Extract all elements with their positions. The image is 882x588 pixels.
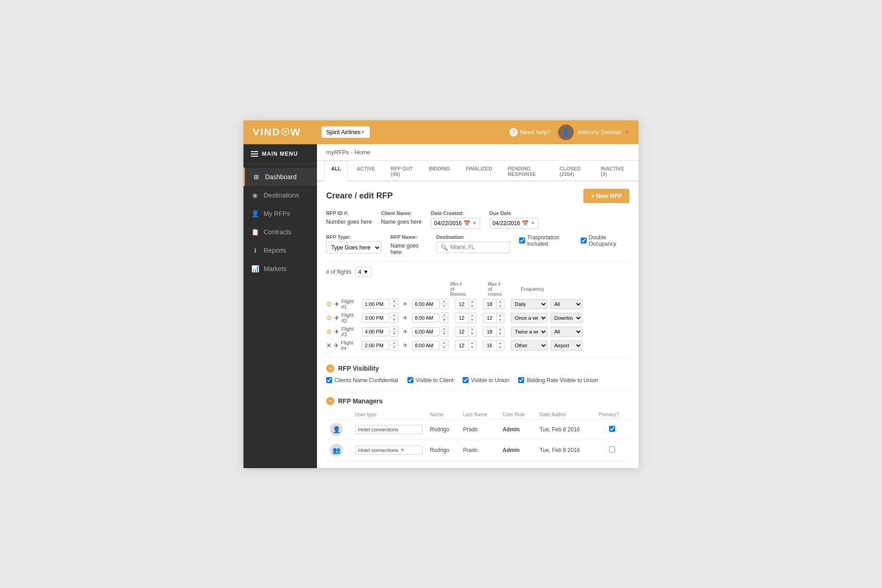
min-rooms-3[interactable]: ▲▼ <box>455 327 476 337</box>
managers-title: RFP Managers <box>338 397 383 405</box>
settings-icon-2[interactable]: ⚙ <box>326 314 332 322</box>
sidebar-item-markets[interactable]: 📊 Markets <box>243 260 317 278</box>
tab-active[interactable]: ACTIVE <box>350 161 382 181</box>
breadcrumb: myRFPs - Home <box>317 144 639 161</box>
sidebar-item-label: Contracts <box>264 228 291 236</box>
flight-row-4: ✕ ✈ Flight #4 ▲▼ ✈ ▲▼ <box>326 340 629 351</box>
form-row-2: RFP Type: Type Goes here RFP Name: Name … <box>326 234 629 255</box>
rfp-form: Creare / edit RFP + New RFP RFP ID #: Nu… <box>317 181 639 468</box>
transportation-checkbox[interactable]: Trasportation Included <box>519 234 575 247</box>
tab-bidding[interactable]: BIDDING <box>422 161 457 181</box>
flight-row-1: ⚙ ✈ Flight #1 ▲▼ ✈ ▲▼ <box>326 299 629 310</box>
arrive-time-4[interactable]: ▲▼ <box>412 340 448 351</box>
calendar-icon-2: 📅 <box>522 220 529 226</box>
rfp-type-select[interactable]: Type Goes here <box>326 242 381 254</box>
frequency-select-2[interactable]: DailyOnce a weekTwice a weekOther <box>511 313 548 323</box>
depart-time-4[interactable]: ▲▼ <box>362 340 398 351</box>
flights-label: # of flights <box>326 269 351 275</box>
client-name-label: Client Name: <box>381 210 422 216</box>
hamburger-icon[interactable] <box>251 151 258 157</box>
rfp-id-value: Number goes here <box>326 218 372 225</box>
manager-row-2: 👥 Hotel connections ▼ Rodrigo Prado Admi… <box>326 440 629 460</box>
tab-pending[interactable]: PENDING RESPONSE <box>501 161 551 181</box>
location-select-4[interactable]: AllDowntownAirport <box>550 340 582 351</box>
sidebar-item-dashboard[interactable]: ⊞ Dashboard <box>243 168 317 186</box>
manager-row-1: 👤 Hotel connections Rodrigo Prado Admin … <box>326 419 629 440</box>
flight-row-3: ⚙ ✈ Flight #3 ▲▼ ✈ ▲▼ <box>326 326 629 337</box>
arrive-time-3[interactable]: ▲▼ <box>412 326 448 337</box>
frequency-select-4[interactable]: DailyOnce a weekTwice a weekOther <box>511 340 548 351</box>
col-last-name: Last Name <box>459 410 499 419</box>
sidebar-item-myrfps[interactable]: 👤 My RFPs <box>243 204 317 223</box>
flights-count[interactable]: 4 ▼ <box>355 267 372 277</box>
depart-time-3[interactable]: ▲▼ <box>362 326 398 337</box>
date-created-input[interactable]: 04/22/2016 📅 ▼ <box>431 218 480 229</box>
location-select-1[interactable]: AllDowntownAirport <box>550 299 582 309</box>
location-select-2[interactable]: AllDowntownAirport <box>550 313 582 323</box>
manager-role-1: Admin <box>499 419 536 440</box>
visibility-checkboxes: Clients Name Confidential Visible to Cli… <box>326 377 629 384</box>
tab-all[interactable]: ALL <box>324 161 348 181</box>
checkboxes-group: Trasportation Included Double Occupancy <box>519 234 630 247</box>
depart-time-1[interactable]: ▲▼ <box>362 299 398 309</box>
visible-client-checkbox[interactable]: Visible to Client <box>407 377 454 384</box>
location-select-3[interactable]: AllDowntownAirport <box>550 327 582 337</box>
user-type-2[interactable]: Hotel connections ▼ <box>355 446 423 455</box>
help-icon: ? <box>509 128 518 136</box>
confidential-checkbox[interactable]: Clients Name Confidential <box>326 377 398 384</box>
col-primary: Primary? <box>595 410 629 419</box>
visibility-header: − RFP Visibility <box>326 364 629 373</box>
col-header-min: Min.# of Rooms <box>450 282 467 297</box>
max-rooms-4[interactable]: ▲▼ <box>483 340 504 351</box>
managers-minus-icon: − <box>326 397 334 405</box>
depart-time-2[interactable]: ▲▼ <box>362 312 398 323</box>
destination-label: Destination <box>436 234 510 240</box>
arrive-time-2[interactable]: ▲▼ <box>412 312 448 323</box>
tab-rfp-out[interactable]: RFP OUT (45) <box>384 161 420 181</box>
bidding-rate-checkbox[interactable]: Bidding Rate Visible to Union <box>518 377 598 384</box>
sidebar-item-destinations[interactable]: ◉ Destinations <box>243 186 317 204</box>
user-type-1[interactable]: Hotel connections <box>355 425 423 434</box>
myrfps-icon: 👤 <box>251 210 259 217</box>
airline-selector[interactable]: Spirit Airlines ▼ <box>322 126 370 138</box>
arrive-plane-icon-1: ✈ <box>403 301 407 307</box>
settings-icon-4[interactable]: ✕ <box>326 342 332 349</box>
sidebar-item-contracts[interactable]: 📋 Contracts <box>243 223 317 241</box>
tab-finalized[interactable]: FINALIZED <box>459 161 499 181</box>
min-rooms-4[interactable]: ▲▼ <box>455 340 476 351</box>
due-date-input[interactable]: 04/22/2016 📅 ▼ <box>489 218 538 229</box>
settings-icon-1[interactable]: ⚙ <box>326 300 332 308</box>
rfp-id-label: RFP ID #: <box>326 210 372 216</box>
min-rooms-1[interactable]: ▲▼ <box>455 299 476 309</box>
settings-icon-3[interactable]: ⚙ <box>326 328 332 335</box>
minus-icon: − <box>326 364 334 373</box>
sidebar-item-reports[interactable]: ℹ Reports <box>243 241 317 260</box>
managers-header: − RFP Managers <box>326 397 629 405</box>
app-container: VIND☉W Spirit Airlines ▼ ? Need help? 👤 … <box>243 120 639 468</box>
min-rooms-2[interactable]: ▲▼ <box>455 313 476 323</box>
double-occupancy-checkbox[interactable]: Double Occupancy <box>581 234 629 247</box>
contracts-icon: 📋 <box>251 228 259 236</box>
max-rooms-1[interactable]: ▲▼ <box>483 299 504 309</box>
max-rooms-3[interactable]: ▲▼ <box>483 327 504 337</box>
destination-input[interactable] <box>451 244 506 250</box>
frequency-select-3[interactable]: DailyOnce a weekTwice a weekOther <box>511 327 548 337</box>
new-rfp-button[interactable]: + New RFP <box>583 189 629 203</box>
max-rooms-2[interactable]: ▲▼ <box>483 313 504 323</box>
flight-2-icons: ⚙ ✈ Flight #2 <box>326 312 359 323</box>
form-title: Creare / edit RFP <box>326 191 393 201</box>
tab-closed[interactable]: CLOSED (2354) <box>553 161 592 181</box>
manager-avatar-1: 👤 <box>330 423 343 436</box>
need-help-button[interactable]: ? Need help? <box>509 128 551 136</box>
col-name: Name <box>426 410 459 419</box>
manager-primary-2 <box>595 440 629 460</box>
rfp-id-field: RFP ID #: Number goes here <box>326 210 372 225</box>
visible-union-checkbox[interactable]: Visible to Union <box>463 377 509 384</box>
user-menu[interactable]: 👤 Anthony Delmas ▼ <box>558 124 629 140</box>
destination-search[interactable]: 🔍 <box>436 242 510 253</box>
flight-3-label: Flight #3 <box>341 326 359 337</box>
rfp-type-field: RFP Type: Type Goes here <box>326 234 381 254</box>
arrive-time-1[interactable]: ▲▼ <box>412 299 448 309</box>
frequency-select-1[interactable]: DailyOnce a weekTwice a weekOther <box>511 299 548 309</box>
tab-inactive[interactable]: INACTIVE (3) <box>594 161 631 181</box>
